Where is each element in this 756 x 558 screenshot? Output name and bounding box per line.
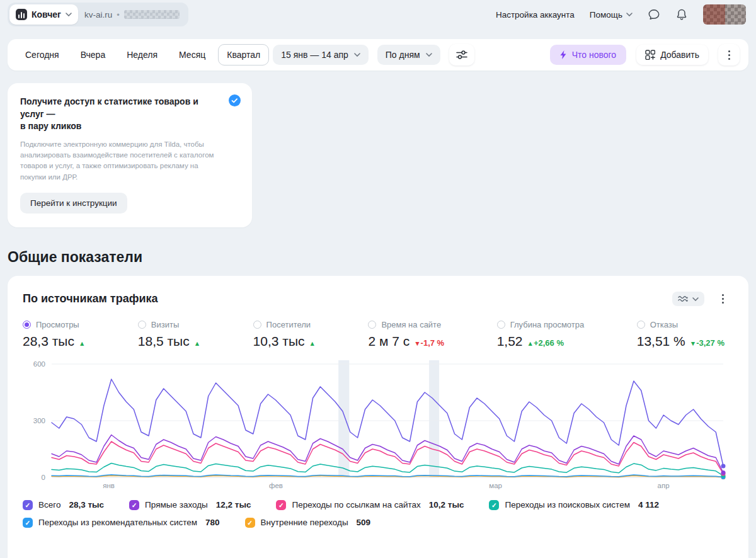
promo-card: Получите доступ к статистике товаров и у… — [8, 83, 252, 227]
svg-text:фев: фев — [269, 482, 283, 489]
project-name: Ковчег — [32, 9, 61, 20]
chevron-down-icon — [692, 297, 699, 301]
chevron-down-icon — [626, 13, 633, 16]
chevron-down-icon — [66, 13, 72, 16]
lightning-icon — [560, 50, 567, 59]
legend-item-direct[interactable]: ✓ Прямые заходы 12,2 тыс — [129, 500, 251, 510]
legend-item-recommenders[interactable]: ✓ Переходы из рекомендательных систем 78… — [23, 518, 220, 528]
legend-label: Переходы по ссылкам на сайтах — [292, 500, 420, 510]
legend-label: Переходы из рекомендательных систем — [38, 518, 197, 527]
metric-value: 2 м 7 с — [368, 334, 410, 349]
metric-label: Время на сайте — [381, 320, 441, 329]
radio-selected-icon — [23, 321, 31, 329]
metric-label: Отказы — [650, 320, 678, 329]
checkbox-checked-icon: ✓ — [489, 500, 499, 510]
legend-label: Прямые заходы — [145, 500, 208, 510]
legend-item-search[interactable]: ✓ Переходы из поисковых систем 4 112 — [489, 500, 659, 510]
traffic-chart-svg[interactable]: 0300600янвфевмарапр — [23, 358, 733, 491]
metric-views[interactable]: Просмотры 28,3 тыс▲ — [23, 320, 85, 349]
legend-value: 509 — [357, 518, 371, 527]
granularity-select[interactable]: По дням — [377, 45, 440, 65]
project-switcher: Ковчег kv-ai.ru • — [8, 3, 188, 26]
topbar: Ковчег kv-ai.ru • Настройка аккаунта Пом… — [0, 0, 756, 29]
card-title: По источникам трафика — [23, 292, 158, 305]
traffic-chart[interactable]: 0300600янвфевмарапр — [23, 358, 733, 491]
whats-new-label: Что нового — [572, 50, 616, 60]
metric-depth[interactable]: Глубина просмотра 1,52▲+2,66 % — [497, 320, 585, 349]
period-toolbar: Сегодня Вчера Неделя Месяц Квартал 15 ян… — [8, 39, 748, 71]
metric-value: 1,52 — [497, 334, 523, 349]
svg-text:0: 0 — [42, 474, 45, 481]
traffic-sources-card: По источникам трафика Просмотры 28,3 тыс… — [8, 276, 748, 558]
add-widget-button[interactable]: Добавить — [636, 45, 708, 65]
promo-title-line2: в пару кликов — [20, 121, 81, 131]
filters-button[interactable] — [449, 44, 474, 65]
metric-visits[interactable]: Визиты 18,5 тыс▲ — [138, 320, 200, 349]
chevron-down-icon — [354, 53, 360, 57]
tab-week[interactable]: Неделя — [118, 44, 166, 65]
help-menu[interactable]: Помощь — [590, 10, 633, 20]
date-range-picker[interactable]: 15 янв — 14 апр — [273, 45, 369, 65]
chart-type-select[interactable] — [672, 292, 704, 306]
add-label: Добавить — [660, 50, 699, 60]
metric-label: Просмотры — [36, 320, 79, 329]
promo-description: Подключите электронную коммерцию для Til… — [20, 139, 217, 183]
checkbox-checked-icon: ✓ — [245, 518, 255, 528]
metric-value: 13,51 % — [637, 334, 685, 349]
radio-icon — [637, 321, 645, 329]
svg-text:апр: апр — [658, 482, 670, 489]
promo-cta-button[interactable]: Перейти к инструкции — [20, 193, 127, 214]
legend-value: 10,2 тыс — [429, 500, 464, 510]
toolbar-menu-button[interactable] — [718, 44, 740, 65]
metric-visitors[interactable]: Посетители 10,3 тыс▲ — [253, 320, 316, 349]
notifications-bell-icon[interactable] — [675, 8, 688, 21]
user-avatar[interactable] — [703, 4, 746, 25]
metric-value: 10,3 тыс — [253, 334, 305, 349]
sliders-icon — [456, 50, 467, 59]
tab-month[interactable]: Месяц — [170, 44, 214, 65]
legend-item-site-links[interactable]: ✓ Переходы по ссылкам на сайтах 10,2 тыс — [276, 500, 464, 510]
date-range-label: 15 янв — 14 апр — [281, 50, 348, 60]
radio-icon — [253, 321, 261, 329]
check-circle-icon — [229, 94, 241, 106]
svg-text:мар: мар — [489, 482, 502, 489]
legend-label: Переходы из поисковых систем — [505, 500, 629, 510]
metric-time-on-site[interactable]: Время на сайте 2 м 7 с▼-1,7 % — [368, 320, 444, 349]
whats-new-button[interactable]: Что нового — [550, 45, 626, 65]
section-title: Общие показатели — [8, 249, 748, 266]
promo-title: Получите доступ к статистике товаров и у… — [20, 96, 220, 133]
checkbox-checked-icon: ✓ — [23, 500, 33, 510]
add-widget-icon — [645, 50, 655, 60]
metric-label: Посетители — [266, 320, 311, 329]
granularity-label: По дням — [386, 50, 420, 60]
metric-value: 28,3 тыс — [23, 334, 74, 349]
legend-label: Всего — [38, 500, 60, 510]
checkbox-checked-icon: ✓ — [23, 518, 33, 528]
metric-label: Глубина просмотра — [510, 320, 585, 329]
metrica-logo-icon — [16, 9, 27, 20]
checkbox-checked-icon: ✓ — [276, 500, 286, 510]
tab-yesterday[interactable]: Вчера — [72, 44, 115, 65]
svg-text:янв: янв — [103, 482, 115, 489]
legend-value: 780 — [205, 518, 220, 527]
tab-quarter[interactable]: Квартал — [218, 44, 269, 65]
legend-value: 4 112 — [638, 500, 659, 510]
waves-chart-icon — [678, 295, 688, 302]
project-selector[interactable]: Ковчег — [9, 4, 78, 25]
chat-icon[interactable] — [648, 8, 660, 21]
topbar-right: Настройка аккаунта Помощь — [496, 4, 746, 25]
metric-bounce-rate[interactable]: Отказы 13,51 %▼-3,27 % — [637, 320, 724, 349]
tab-today[interactable]: Сегодня — [16, 44, 68, 65]
radio-icon — [497, 321, 505, 329]
account-settings-link[interactable]: Настройка аккаунта — [496, 10, 575, 20]
radio-icon — [368, 321, 376, 329]
metric-label: Визиты — [151, 320, 179, 329]
legend-item-total[interactable]: ✓ Всего 28,3 тыс — [23, 500, 104, 510]
card-menu-button[interactable] — [712, 288, 733, 310]
next-card-peek — [8, 549, 748, 558]
chevron-down-icon — [426, 53, 432, 57]
legend-item-internal[interactable]: ✓ Внутренние переходы 509 — [245, 518, 371, 528]
site-domain[interactable]: kv-ai.ru — [84, 10, 112, 20]
svg-text:600: 600 — [33, 360, 45, 368]
separator-dot: • — [117, 10, 120, 20]
